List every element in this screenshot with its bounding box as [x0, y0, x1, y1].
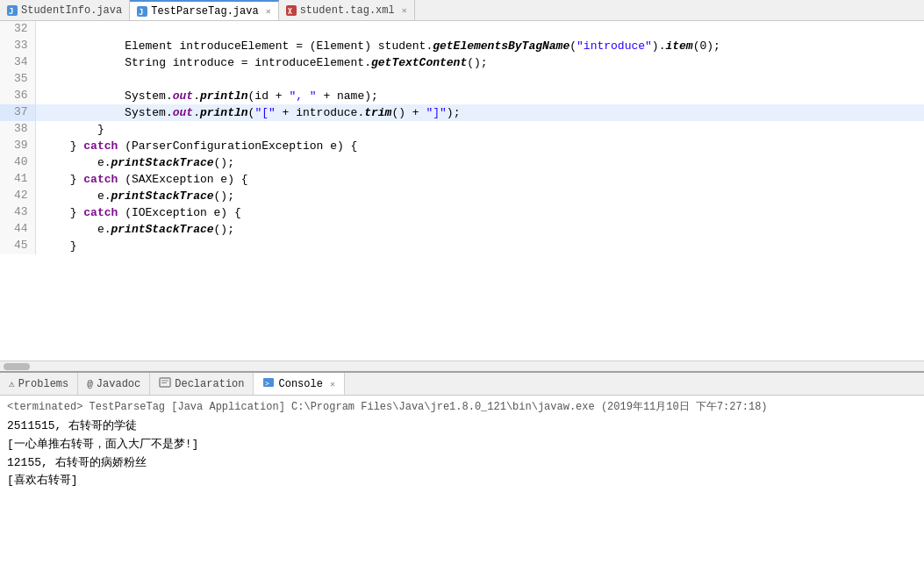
- horizontal-scrollbar[interactable]: [0, 361, 924, 371]
- line-number: 39: [0, 138, 35, 154]
- tab-problems-label: Problems: [18, 378, 69, 390]
- table-row: 32: [0, 21, 924, 38]
- line-number: 41: [0, 171, 35, 188]
- svg-text:J: J: [9, 7, 13, 16]
- table-row: 41 } catch (SAXException e) {: [0, 171, 924, 188]
- tab-label-3: student.tag.xml: [300, 4, 395, 17]
- tab-console-label: Console: [278, 378, 322, 390]
- tab-declaration-label: Declaration: [175, 378, 244, 390]
- console-icon: >_: [262, 376, 275, 391]
- console-line-3: 12155, 右转哥的病娇粉丝: [7, 454, 917, 473]
- tab-close-testparsetag[interactable]: ✕: [266, 6, 271, 17]
- tab-close-xml[interactable]: ✕: [402, 5, 407, 16]
- line-number: 35: [0, 71, 35, 88]
- code-line: e.printStackTrace();: [35, 188, 924, 204]
- javadoc-icon: @: [87, 379, 93, 389]
- tab-student-xml[interactable]: X student.tag.xml ✕: [279, 0, 415, 20]
- table-row: 40 e.printStackTrace();: [0, 154, 924, 171]
- table-row: 35: [0, 71, 924, 88]
- tab-javadoc[interactable]: @ Javadoc: [78, 373, 150, 395]
- console-output: 2511515, 右转哥的学徒 [一心单推右转哥，面入大厂不是梦!] 12155…: [7, 418, 917, 490]
- bottom-tab-bar: ⚠ Problems @ Javadoc Declaration >_ Cons…: [0, 373, 924, 396]
- console-line-2: [一心单推右转哥，面入大厂不是梦!]: [7, 436, 917, 454]
- line-number: 33: [0, 38, 35, 54]
- tab-close-console[interactable]: ✕: [330, 379, 335, 389]
- code-line: } catch (ParserConfigurationException e)…: [35, 138, 924, 154]
- table-row: 36 System.out.println(id + ", " + name);: [0, 88, 924, 104]
- line-number: 44: [0, 221, 35, 238]
- code-line: System.out.println("[" + introduce.trim(…: [35, 104, 924, 121]
- bottom-panel: ⚠ Problems @ Javadoc Declaration >_ Cons…: [0, 371, 924, 564]
- console-line-4: [喜欢右转哥]: [7, 472, 917, 490]
- line-number: 32: [0, 21, 35, 38]
- editor-area: 32 33 Element introduceElement = (Elemen…: [0, 21, 924, 371]
- console-terminated: <terminated> TestParseTag [Java Applicat…: [7, 399, 917, 414]
- hscroll-thumb[interactable]: [4, 363, 30, 370]
- code-line: [35, 71, 924, 88]
- line-number: 37: [0, 104, 35, 121]
- code-line: } catch (IOException e) {: [35, 204, 924, 221]
- java-icon-2: J: [137, 6, 147, 17]
- table-row: 43 } catch (IOException e) {: [0, 204, 924, 221]
- line-number: 38: [0, 121, 35, 138]
- tab-label-2: TestParseTag.java: [151, 5, 258, 18]
- table-row: 39 } catch (ParserConfigurationException…: [0, 138, 924, 154]
- code-line: }: [35, 121, 924, 138]
- console-area: <terminated> TestParseTag [Java Applicat…: [0, 396, 924, 564]
- code-line: } catch (SAXException e) {: [35, 171, 924, 188]
- tab-javadoc-label: Javadoc: [97, 378, 140, 390]
- tab-problems[interactable]: ⚠ Problems: [0, 373, 78, 395]
- line-number: 34: [0, 54, 35, 71]
- tab-declaration[interactable]: Declaration: [150, 373, 254, 395]
- table-row: 37 System.out.println("[" + introduce.tr…: [0, 104, 924, 121]
- svg-text:>_: >_: [265, 380, 274, 388]
- line-number: 42: [0, 188, 35, 204]
- tab-testparsetag[interactable]: J TestParseTag.java ✕: [130, 0, 278, 20]
- table-row: 44 e.printStackTrace();: [0, 221, 924, 238]
- table-row: 38 }: [0, 121, 924, 138]
- line-number: 43: [0, 204, 35, 221]
- line-number: 40: [0, 154, 35, 171]
- svg-text:X: X: [288, 8, 292, 16]
- declaration-icon: [159, 376, 171, 391]
- code-table: 32 33 Element introduceElement = (Elemen…: [0, 21, 924, 254]
- code-line: e.printStackTrace();: [35, 154, 924, 171]
- code-line: System.out.println(id + ", " + name);: [35, 88, 924, 104]
- line-number: 36: [0, 88, 35, 104]
- svg-text:J: J: [139, 8, 143, 17]
- code-line: String introduce = introduceElement.getT…: [35, 54, 924, 71]
- code-line: e.printStackTrace();: [35, 221, 924, 238]
- xml-icon: X: [286, 5, 297, 16]
- code-line: [35, 21, 924, 38]
- table-row: 45 }: [0, 238, 924, 254]
- tab-studentinfo[interactable]: J StudentInfo.java: [0, 0, 130, 20]
- tab-label: StudentInfo.java: [21, 4, 122, 17]
- console-line-1: 2511515, 右转哥的学徒: [7, 418, 917, 436]
- problems-icon: ⚠: [9, 378, 15, 389]
- java-icon: J: [7, 5, 18, 16]
- code-line: Element introduceElement = (Element) stu…: [35, 38, 924, 54]
- code-line: }: [35, 238, 924, 254]
- tab-bar: J StudentInfo.java J TestParseTag.java ✕…: [0, 0, 924, 21]
- tab-console[interactable]: >_ Console ✕: [254, 373, 344, 395]
- code-container[interactable]: 32 33 Element introduceElement = (Elemen…: [0, 21, 924, 361]
- table-row: 42 e.printStackTrace();: [0, 188, 924, 204]
- line-number: 45: [0, 238, 35, 254]
- table-row: 34 String introduce = introduceElement.g…: [0, 54, 924, 71]
- table-row: 33 Element introduceElement = (Element) …: [0, 38, 924, 54]
